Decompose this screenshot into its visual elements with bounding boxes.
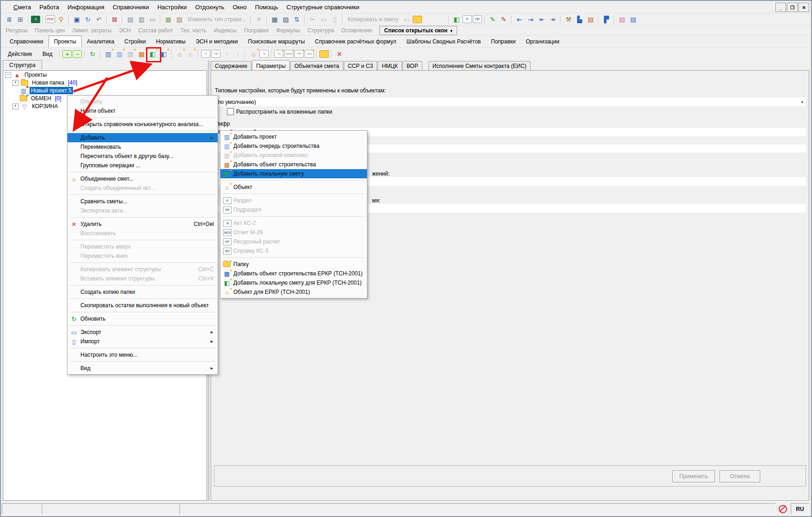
add-project-icon[interactable]: ▥✦ bbox=[103, 49, 113, 59]
section-p-icon[interactable]: Р bbox=[463, 15, 472, 23]
menu-item[interactable]: Сравнить сметы... bbox=[67, 197, 218, 206]
open-windows-list-tab[interactable]: Список открытых окон▾ bbox=[379, 26, 457, 35]
main-tab-1[interactable]: Справочники bbox=[5, 36, 49, 47]
menu-item[interactable]: Переименовать bbox=[67, 142, 218, 152]
add-object-icon[interactable]: ⌂✦ bbox=[174, 49, 184, 59]
properties-tab-4[interactable]: ССР и СЗ bbox=[344, 61, 378, 71]
calculator-add-icon[interactable]: ▨ bbox=[281, 14, 291, 24]
menu-item[interactable]: ✕УдалитьCtrl+Del bbox=[67, 219, 218, 229]
menubar-item-3[interactable]: Информация bbox=[63, 2, 109, 12]
restore-button[interactable]: ❐ bbox=[787, 3, 798, 12]
copy-to-estimate-icon[interactable]: ▭ bbox=[402, 14, 412, 24]
menu-item[interactable]: ▥✦Добавить очередь строительства bbox=[220, 141, 367, 151]
actionbar-menu[interactable]: Вид bbox=[37, 49, 58, 59]
menu-item-highlighted[interactable]: ◧✦Добавить локальную смету bbox=[220, 169, 367, 178]
properties-tab-7[interactable]: Исполнение Сметы контракта (ЕИС) bbox=[428, 61, 531, 71]
properties-tab-5[interactable]: НМЦК bbox=[378, 61, 402, 71]
close-button[interactable]: ✕ bbox=[799, 3, 809, 12]
menu-item[interactable]: Открыть bbox=[67, 97, 218, 106]
panel-tab[interactable]: Индексы bbox=[214, 27, 237, 34]
search-icon[interactable]: ⚲ bbox=[56, 14, 66, 24]
apply-button[interactable]: Применить bbox=[672, 470, 715, 482]
panel-tab[interactable]: Лимит. затраты bbox=[72, 27, 111, 34]
refresh-tree-icon[interactable]: ↻ bbox=[87, 49, 98, 59]
menu-item[interactable]: Переместить вверх bbox=[67, 242, 218, 251]
menubar-item-8[interactable]: Помощь bbox=[251, 2, 282, 12]
main-tab-10[interactable]: Поправки bbox=[486, 36, 520, 47]
merge-estimates-icon[interactable]: ⌂✦ bbox=[248, 49, 258, 59]
truck-icon[interactable]: ▙ bbox=[574, 14, 585, 24]
panel-tab[interactable]: Состав работ bbox=[138, 27, 173, 34]
books-blue-icon[interactable]: ▤ bbox=[628, 14, 638, 24]
menu-item[interactable]: Экспертиза акта... bbox=[67, 206, 218, 215]
add-queue-icon[interactable]: ▥✦ bbox=[114, 49, 124, 59]
sort-icon[interactable]: ⇅ bbox=[292, 14, 302, 24]
menu-item[interactable]: Вид► bbox=[67, 364, 218, 373]
properties-tab-6[interactable]: ВОР bbox=[403, 61, 422, 71]
panel-tab[interactable]: Поправки bbox=[244, 27, 269, 34]
menu-item[interactable]: ▥✦Добавить пусковой комплекс bbox=[220, 151, 367, 160]
main-tab-8[interactable]: Справочник расчётных формул bbox=[310, 36, 402, 47]
shift-left-icon[interactable]: ↞ bbox=[537, 14, 547, 24]
act-icon[interactable]: % bbox=[259, 50, 269, 58]
panel-tab[interactable]: ЭСН bbox=[119, 27, 131, 34]
menu-item[interactable]: М29Отчет М-29 bbox=[220, 228, 367, 237]
menu-item[interactable]: ▩✦Добавить объект строительства ЕРКР (ТС… bbox=[220, 269, 367, 278]
server-icon[interactable]: ▤ bbox=[125, 14, 135, 24]
bricks-icon[interactable]: ▤ bbox=[586, 14, 596, 24]
menu-item[interactable]: ▥✦Добавить проект bbox=[220, 132, 367, 141]
tree-add-icon[interactable]: ⊞ bbox=[15, 14, 25, 24]
section-icon[interactable]: Р bbox=[201, 50, 210, 58]
cancel-icon[interactable]: ✕ bbox=[254, 14, 264, 24]
menu-item[interactable]: Открыть справочник конъюнктурного анализ… bbox=[67, 120, 218, 129]
resource-calc-icon[interactable]: РР✦ bbox=[294, 50, 304, 58]
pdf-export-icon[interactable]: PDF bbox=[46, 15, 55, 23]
server-settings-icon[interactable]: ▥ bbox=[136, 14, 147, 24]
menu-item[interactable]: ⌂✦Объект для ЕРКР (ТСН-2001) bbox=[220, 287, 367, 297]
panel-tab[interactable]: Структура bbox=[307, 27, 334, 34]
collapse-icon[interactable]: − bbox=[5, 72, 11, 78]
add-launch-complex-icon[interactable]: ▥✦ bbox=[125, 49, 135, 59]
expand-all-icon[interactable]: + bbox=[62, 50, 72, 58]
cut-icon[interactable]: ✂ bbox=[307, 14, 317, 24]
menu-item[interactable]: ✦Папку bbox=[220, 260, 367, 269]
properties-tab-3[interactable]: Объектная смета bbox=[290, 61, 343, 71]
indent-increase-icon[interactable]: ⇥ bbox=[525, 14, 536, 24]
menu-item[interactable]: Переместить вниз bbox=[67, 251, 218, 261]
menubar-item-1[interactable]: Смета bbox=[9, 2, 35, 12]
menubar-item-4[interactable]: Справочники bbox=[109, 2, 153, 12]
menu-item[interactable]: Копировать элемент структурыCtrl+C bbox=[67, 265, 218, 274]
row-kind-icon[interactable]: ▧ bbox=[174, 14, 184, 24]
books-pink-icon[interactable]: ▤ bbox=[617, 14, 627, 24]
chevron-down-icon[interactable]: ▾ bbox=[801, 100, 803, 104]
menubar-item-7[interactable]: Окно bbox=[228, 2, 250, 12]
main-tab-2[interactable]: Проекты bbox=[49, 36, 82, 48]
menu-item[interactable]: Найти объект bbox=[67, 106, 218, 116]
menu-item[interactable]: Пересчитать объект в другую базу... bbox=[67, 152, 218, 161]
paste-icon[interactable]: ▯ bbox=[330, 14, 340, 24]
add-object-alt-icon[interactable]: ⌂✦ bbox=[185, 49, 195, 59]
add-construction-object-icon[interactable]: ▩✦ bbox=[136, 49, 147, 59]
main-tab-5[interactable]: Нормативы bbox=[151, 36, 190, 47]
new-folder-icon[interactable]: ✦ bbox=[319, 50, 329, 58]
menu-item[interactable]: Настроить это меню... bbox=[67, 350, 218, 359]
close-document-icon[interactable]: ⊠ bbox=[110, 14, 120, 24]
menu-item[interactable]: Скопировать остатки выполнения в новый о… bbox=[67, 301, 218, 310]
truck-loaded-icon[interactable]: ▛ bbox=[601, 14, 611, 24]
language-indicator[interactable]: RU bbox=[791, 503, 809, 515]
properties-tab-1[interactable]: Содержание bbox=[211, 61, 251, 71]
folder-toggle-icon[interactable] bbox=[413, 16, 422, 23]
menu-item[interactable]: ▭Экспорт► bbox=[67, 328, 218, 337]
indent-decrease-icon[interactable]: ⇤ bbox=[514, 14, 525, 24]
menu-item[interactable]: Восстановить bbox=[67, 229, 218, 238]
menu-item[interactable]: ПРПодраздел bbox=[220, 205, 367, 214]
panel-tab[interactable]: Панель цен bbox=[35, 27, 65, 34]
minimize-button[interactable]: _ bbox=[775, 3, 786, 12]
excel-export-icon[interactable]: X bbox=[31, 16, 40, 23]
collapse-all-icon[interactable]: − bbox=[73, 50, 82, 58]
add-estimate-alt-icon[interactable]: ◧✦ bbox=[159, 49, 169, 59]
main-tab-3[interactable]: Аналитика bbox=[82, 36, 119, 47]
actionbar-menu[interactable]: Действие bbox=[3, 49, 37, 59]
comment-icon[interactable]: ▭ bbox=[147, 14, 158, 24]
subsection-icon[interactable]: ПР bbox=[211, 50, 220, 58]
